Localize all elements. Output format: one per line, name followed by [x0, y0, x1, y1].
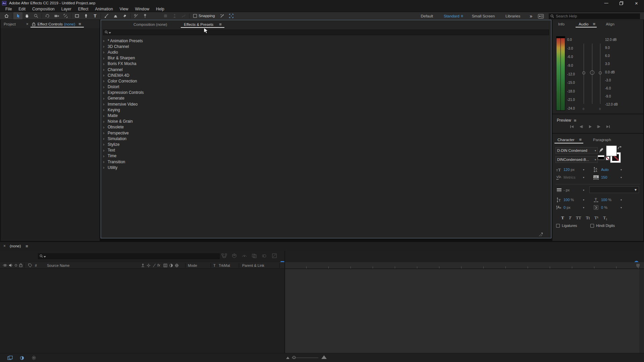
menu-help[interactable]: Help	[153, 7, 168, 11]
category-boris-fx-mocha[interactable]: ›Boris FX Mocha	[101, 61, 551, 67]
audio-left-slider-knob[interactable]	[582, 71, 585, 74]
effects-search-box[interactable]	[103, 29, 549, 35]
menu-animation[interactable]: Animation	[92, 7, 116, 11]
font-size-value[interactable]: 120	[564, 168, 570, 172]
chevron-right-icon[interactable]: ›	[103, 125, 107, 130]
category-blur-sharpen[interactable]: ›Blur & Sharpen	[101, 55, 551, 61]
column-index[interactable]: #	[35, 263, 37, 267]
workspace-default[interactable]: Default	[421, 14, 433, 18]
collapse-transformations-icon[interactable]	[147, 263, 151, 267]
effect-controls-menu-icon[interactable]: ≡	[76, 21, 84, 26]
text-tool[interactable]: T	[91, 12, 100, 19]
tab-paragraph[interactable]: Paragraph	[590, 135, 614, 144]
zoom-tool[interactable]	[32, 12, 41, 19]
chevron-right-icon[interactable]: ›	[103, 154, 107, 159]
pan-behind-tool[interactable]	[61, 12, 70, 19]
camera-tool[interactable]	[52, 12, 61, 19]
timeline-zoom-slider-knob[interactable]	[292, 356, 296, 359]
column-mode[interactable]: Mode	[188, 263, 197, 267]
vertical-scale-value[interactable]: 100	[564, 198, 570, 202]
ligatures-checkbox[interactable]	[556, 224, 560, 228]
expand-layer-switches-icon[interactable]	[7, 356, 13, 360]
column-source-name[interactable]: Source Name	[47, 263, 69, 267]
timeline-menu-icon[interactable]: ≡	[23, 244, 31, 249]
timeline-search-box[interactable]	[38, 253, 220, 259]
baseline-shift-value[interactable]: 0	[564, 205, 566, 209]
category-channel[interactable]: ›Channel	[101, 67, 551, 72]
chevron-right-icon[interactable]: ›	[103, 78, 107, 83]
project-tab-close-icon[interactable]: ×	[24, 22, 31, 26]
tab-info[interactable]: Info	[555, 20, 568, 28]
tab-align[interactable]: Align	[603, 20, 618, 28]
category-transition[interactable]: ›Transition	[101, 159, 551, 165]
tab-project[interactable]: Project	[1, 20, 19, 28]
column-parent-link[interactable]: Parent & Link	[242, 263, 264, 267]
chevron-right-icon[interactable]: ›	[103, 113, 107, 118]
help-search-input[interactable]	[556, 14, 633, 18]
workspace-libraries[interactable]: Libraries	[505, 14, 520, 18]
timeline-track-area[interactable]	[285, 269, 639, 353]
chevron-down-icon[interactable]: ▾	[583, 176, 591, 179]
chevron-right-icon[interactable]: ›	[103, 90, 107, 95]
menu-effect[interactable]: Effect	[75, 7, 92, 11]
shape-tool[interactable]	[72, 12, 82, 19]
category-animation-presets[interactable]: ›* Animation Presets	[101, 38, 551, 44]
panel-resize-grip-icon[interactable]	[539, 232, 543, 237]
tab-character[interactable]: Character ≡	[554, 135, 583, 144]
3d-layer-switch-icon[interactable]	[175, 263, 179, 267]
tracking-value[interactable]: 150	[601, 175, 607, 179]
timeline-search-input[interactable]	[47, 254, 215, 258]
column-trkmat[interactable]: TrkMat	[219, 263, 230, 267]
zoom-out-mountain-icon[interactable]	[286, 357, 289, 359]
category-color-correction[interactable]: ›Color Correction	[101, 78, 551, 84]
tab-composition[interactable]: Composition (none)	[130, 20, 170, 28]
hand-tool[interactable]	[22, 12, 32, 19]
subscript-button[interactable]: T₁	[603, 215, 607, 221]
chevron-right-icon[interactable]: ›	[103, 44, 107, 49]
workspace-standard[interactable]: Standard	[444, 14, 460, 18]
minimize-button[interactable]: —	[599, 0, 614, 6]
audio-panel-menu-icon[interactable]: ≡	[592, 21, 597, 26]
menu-view[interactable]: View	[116, 7, 132, 11]
category-stylize[interactable]: ›Stylize	[101, 141, 551, 147]
kerning-value[interactable]: Metrics	[564, 175, 575, 179]
leading-value[interactable]: Auto	[601, 168, 609, 172]
stroke-width-value[interactable]: -	[564, 188, 565, 192]
help-search-box[interactable]	[549, 13, 640, 19]
chevron-right-icon[interactable]: ›	[103, 130, 107, 135]
category-audio[interactable]: ›Audio	[101, 49, 551, 55]
chevron-right-icon[interactable]: ›	[103, 61, 107, 66]
chevron-right-icon[interactable]: ›	[103, 142, 107, 147]
category-obsolete[interactable]: ›Obsolete	[101, 124, 551, 130]
category-immersive-video[interactable]: ›Immersive Video	[101, 101, 551, 107]
motion-blur-switch-icon[interactable]	[163, 263, 167, 267]
region-of-interest-icon[interactable]	[227, 12, 236, 19]
restore-button[interactable]	[614, 0, 629, 6]
menu-composition[interactable]: Composition	[29, 7, 58, 11]
chevron-right-icon[interactable]: ›	[103, 38, 107, 43]
category-time[interactable]: ›Time	[101, 153, 551, 159]
chevron-right-icon[interactable]: ›	[103, 67, 107, 72]
selection-tool[interactable]	[13, 12, 22, 19]
chevron-right-icon[interactable]: ›	[103, 56, 107, 61]
swap-fill-stroke-icon[interactable]	[617, 146, 622, 150]
clone-stamp-tool[interactable]	[111, 12, 120, 19]
snap-options-icon[interactable]	[218, 12, 227, 19]
small-caps-button[interactable]: Tt	[586, 215, 590, 221]
adjustment-layer-switch-icon[interactable]	[169, 263, 173, 267]
quality-switch-icon[interactable]	[141, 263, 145, 267]
workspace-settings-icon[interactable]	[536, 12, 545, 20]
next-frame-button[interactable]	[596, 124, 602, 129]
roto-brush-tool[interactable]	[131, 12, 141, 19]
fill-color-swatch[interactable]	[606, 146, 616, 156]
horizontal-scale-value[interactable]: 100	[601, 198, 607, 202]
preview-menu-icon[interactable]: ≡	[571, 118, 579, 123]
category-text[interactable]: ›Text	[101, 147, 551, 153]
character-menu-icon[interactable]: ≡	[578, 137, 584, 142]
category-noise-grain[interactable]: ›Noise & Grain	[101, 119, 551, 124]
hind-digits-checkbox[interactable]	[590, 224, 594, 228]
lock-column-icon[interactable]	[19, 263, 22, 267]
category-utility[interactable]: ›Utility	[101, 165, 551, 170]
snapping-checkbox[interactable]	[193, 14, 197, 18]
brush-tool[interactable]	[102, 12, 111, 19]
